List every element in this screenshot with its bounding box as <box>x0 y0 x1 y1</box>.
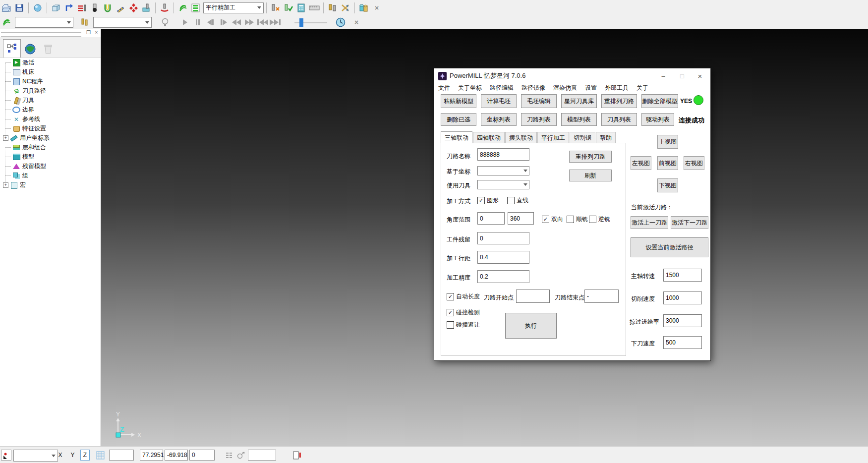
tree-item-boundary[interactable]: 边界 <box>0 105 101 115</box>
menu-path-mirror[interactable]: 路径镜像 <box>521 84 545 92</box>
ruler-icon[interactable] <box>308 1 321 14</box>
tool-list-button[interactable]: 刀具列表 <box>601 113 637 126</box>
tree-item-toolpath[interactable]: ≋刀具路径 <box>0 86 101 96</box>
curve-editor-icon[interactable] <box>114 1 127 14</box>
toolbar-close-icon[interactable]: × <box>350 16 363 29</box>
grid-toggle-icon[interactable] <box>94 450 107 461</box>
model-list-button[interactable]: 模型列表 <box>561 113 597 126</box>
end-point-input[interactable] <box>584 289 619 303</box>
toolpath-select-combo[interactable] <box>15 17 73 28</box>
simulation-speed-slider[interactable] <box>294 22 327 23</box>
maximize-icon[interactable]: □ <box>675 70 690 81</box>
rearrange-toolpath-button-2[interactable]: 重排列刀路 <box>569 151 612 163</box>
sphere-icon[interactable] <box>31 1 44 14</box>
tab-3axis[interactable]: 三轴联动 <box>441 131 472 143</box>
coord-list-button[interactable]: 坐标列表 <box>481 113 517 126</box>
toolbar-close-icon[interactable]: × <box>370 1 383 14</box>
tab-swivel[interactable]: 摆头联动 <box>505 132 537 143</box>
tree-item-machine[interactable]: 机床 <box>0 67 101 77</box>
rewind-icon[interactable] <box>230 16 243 28</box>
front-view-button[interactable]: 前视图 <box>657 156 678 170</box>
ball-tool-icon[interactable] <box>88 1 101 14</box>
tool-select-combo[interactable] <box>93 17 152 28</box>
tab-explorer-trash[interactable] <box>40 41 57 58</box>
rearrange-toolpath-button[interactable]: 重排列刀路 <box>601 94 637 108</box>
stock-edit-button[interactable]: 毛坯编辑 <box>521 94 557 108</box>
machining-strategy-combo[interactable]: 平行精加工 <box>203 2 264 13</box>
activate-prev-toolpath-button[interactable]: 激活上一刀路 <box>631 216 668 229</box>
save-project-icon[interactable] <box>13 1 26 14</box>
position-entry-field[interactable] <box>248 450 276 461</box>
collision-check-icon[interactable] <box>158 1 171 14</box>
pattern-points-icon[interactable] <box>127 1 140 14</box>
coord-list-icon[interactable] <box>224 450 234 461</box>
tree-item-group[interactable]: 组 <box>0 171 101 180</box>
menu-render-sim[interactable]: 渲染仿真 <box>553 84 577 92</box>
go-to-end-icon[interactable] <box>269 16 282 28</box>
probe-position-icon[interactable] <box>235 450 246 461</box>
delete-selected-button[interactable]: 删除已选 <box>441 113 476 126</box>
paste-new-model-button[interactable]: 粘贴新模型 <box>441 94 476 108</box>
cutting-feed-input[interactable] <box>663 291 702 304</box>
collision-avoid-checkbox[interactable]: 碰撞避让 <box>447 321 480 329</box>
top-view-button[interactable]: 上视图 <box>657 135 678 149</box>
step-forward-icon[interactable] <box>217 16 230 28</box>
angle-from-input[interactable] <box>477 212 505 225</box>
right-view-button[interactable]: 右视图 <box>684 156 704 170</box>
mode-line-checkbox[interactable]: 直线 <box>507 196 528 205</box>
plunge-feed-input[interactable] <box>663 336 702 349</box>
tab-4axis[interactable]: 四轴联动 <box>473 132 505 143</box>
slider-handle[interactable] <box>299 18 303 27</box>
page-marker-icon[interactable] <box>291 450 302 461</box>
menu-about[interactable]: 关于 <box>637 84 648 92</box>
grid-size-field[interactable] <box>109 450 134 461</box>
tab-saw[interactable]: 切割锯 <box>570 132 595 143</box>
tree-item-user-coordinate[interactable]: +用户坐标系 <box>0 133 101 143</box>
stock-remain-input[interactable] <box>477 232 529 244</box>
cylinders-icon[interactable] <box>357 1 370 14</box>
tree-item-activate[interactable]: ▶激活 <box>0 58 101 67</box>
tree-item-feature-set[interactable]: 特征设置 <box>0 124 101 133</box>
axis-z-button[interactable]: Z <box>80 450 90 461</box>
tree-item-model[interactable]: 模型 <box>0 152 101 162</box>
tool-library-button[interactable]: 星河刀具库 <box>561 94 597 108</box>
tool-delete-icon[interactable] <box>269 1 282 14</box>
channel-icon[interactable] <box>101 1 114 14</box>
coord-base-combo[interactable] <box>477 166 529 175</box>
tool-select-combo[interactable] <box>477 180 529 189</box>
tree-expander-icon[interactable]: + <box>3 135 8 141</box>
powermill-spiral-icon[interactable] <box>176 1 189 14</box>
tab-explorer-globe[interactable] <box>22 41 39 58</box>
coord-x-field[interactable]: 77.2951 <box>140 450 163 461</box>
tool-block-icon[interactable] <box>140 1 153 14</box>
calculator-icon[interactable] <box>295 1 308 14</box>
execute-button[interactable]: 执行 <box>505 313 557 339</box>
dialog-titlebar[interactable]: PowerMILL 忆梦星河 7.0.6 – □ × <box>434 68 710 83</box>
tree-expander-icon[interactable]: + <box>3 182 8 188</box>
transform-arrows-icon[interactable] <box>339 1 352 14</box>
panel-restore-icon[interactable]: ❐ <box>85 30 92 36</box>
left-view-button[interactable]: 左视图 <box>631 156 651 170</box>
menu-settings[interactable]: 设置 <box>585 84 597 92</box>
stepover-input[interactable] <box>477 251 529 264</box>
skim-feed-input[interactable] <box>663 314 702 327</box>
start-point-input[interactable] <box>516 289 550 303</box>
drive-list-button[interactable]: 驱动列表 <box>641 113 674 126</box>
strategy-list-icon[interactable] <box>189 1 202 14</box>
refresh-button[interactable]: 刷新 <box>569 170 612 181</box>
tree-item-tool[interactable]: 刀具 <box>0 96 101 105</box>
fast-forward-icon[interactable] <box>243 16 256 28</box>
angle-to-input[interactable] <box>508 212 534 225</box>
bottom-view-button[interactable]: 下视图 <box>657 178 678 192</box>
auto-length-checkbox[interactable]: ✓自动长度 <box>447 292 480 301</box>
toolpath-strategy-icon[interactable] <box>62 1 75 14</box>
coord-z-field[interactable]: 0 <box>189 450 215 461</box>
set-active-path-button[interactable]: 设置当前激活路径 <box>631 237 708 257</box>
step-back-icon[interactable] <box>204 16 217 28</box>
climb-mill-checkbox[interactable]: 顺铣 <box>567 215 588 224</box>
block-icon[interactable] <box>50 1 62 14</box>
mode-circle-checkbox[interactable]: ✓圆形 <box>477 196 499 205</box>
tool-check-icon[interactable] <box>282 1 295 14</box>
marker-button[interactable] <box>1 450 11 461</box>
toolpath-list-button[interactable]: 刀路列表 <box>521 113 557 126</box>
